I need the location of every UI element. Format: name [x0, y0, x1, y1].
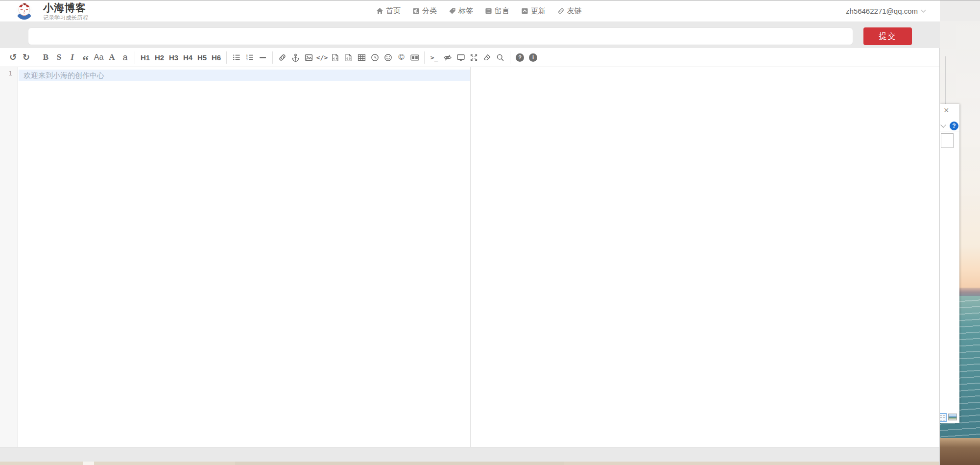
preview-pane[interactable] [471, 67, 940, 447]
nav-item-tags[interactable]: 标签 [449, 6, 473, 16]
account-menu[interactable]: zh56462271@qq.com [846, 0, 925, 22]
ime-list-mode-icon[interactable] [940, 413, 947, 422]
update-icon [521, 7, 528, 15]
nav-label: 友链 [567, 6, 582, 16]
toolbar-h1-button[interactable]: H1 [138, 50, 152, 64]
nav-item-comments[interactable]: 留言 [485, 6, 509, 16]
toolbar-divider [424, 51, 425, 64]
code-input-pane[interactable]: 欢迎来到小海的创作中心 [19, 67, 470, 447]
eye-slash-icon [443, 53, 452, 62]
panel-text-input[interactable] [941, 133, 954, 148]
toolbar-table-button[interactable] [355, 50, 368, 64]
message-icon [485, 7, 492, 15]
hr-icon [260, 57, 266, 58]
strip-hairline [945, 56, 946, 104]
submit-button[interactable]: 提交 [863, 27, 912, 45]
table-icon [358, 53, 366, 62]
toolbar-horizontal-rule-button[interactable] [256, 50, 269, 64]
fullscreen-arrows-icon [470, 53, 478, 62]
page-footer [0, 447, 940, 462]
ime-image-mode-icon[interactable] [948, 414, 957, 420]
toolbar-ucwords-button[interactable]: Aa [92, 50, 105, 64]
tag-icon [449, 7, 456, 15]
toolbar-redo-button[interactable]: ↻ [20, 50, 33, 64]
toolbar-pagebreak-button[interactable] [408, 50, 421, 64]
toolbar-search-button[interactable] [494, 50, 507, 64]
file-code-block-icon [344, 53, 353, 62]
image-icon [305, 53, 313, 62]
cat-avatar-icon [16, 2, 33, 20]
toolbar-h5-button[interactable]: H5 [195, 50, 209, 64]
nav-item-friend-links[interactable]: 友链 [557, 6, 582, 16]
lowercase-icon: a [122, 52, 127, 63]
toolbar-html-entities-button[interactable]: © [395, 50, 408, 64]
nav-item-updates[interactable]: 更新 [521, 6, 546, 16]
bold-icon: B [43, 52, 48, 62]
toolbar-help-button[interactable]: ? [513, 50, 526, 64]
home-icon [376, 7, 383, 15]
newspaper-icon [410, 53, 419, 62]
nav-item-home[interactable]: 首页 [376, 6, 401, 16]
link-icon [557, 7, 565, 15]
toolbar-uppercase-button[interactable]: A [105, 50, 119, 64]
toolbar-lowercase-button[interactable]: a [119, 50, 132, 64]
svg-text:3: 3 [246, 58, 247, 61]
toolbar-clear-button[interactable] [480, 50, 494, 64]
panel-divider [940, 131, 959, 131]
terminal-icon: >_ [430, 54, 438, 61]
toolbar-preformatted-text-button[interactable] [329, 50, 342, 64]
post-title-input[interactable] [28, 27, 853, 45]
nav-item-categories[interactable]: 分类 [412, 6, 437, 16]
toolbar-divider [272, 51, 273, 64]
toolbar-reference-link-button[interactable] [289, 50, 302, 64]
toolbar-h3-button[interactable]: H3 [167, 50, 181, 64]
toolbar-preview-button[interactable] [454, 50, 467, 64]
toolbar-code-button[interactable]: </> [315, 50, 329, 64]
toolbar-link-button[interactable] [276, 50, 289, 64]
search-icon [496, 53, 504, 62]
uppercase-icon: A [109, 52, 115, 62]
smiley-icon [384, 53, 392, 62]
bottom-edge-strip [0, 462, 940, 465]
eraser-icon [483, 53, 491, 62]
toolbar-code-block-button[interactable] [342, 50, 355, 64]
toolbar-bold-button[interactable]: B [39, 50, 52, 64]
ucwords-icon: Aa [94, 53, 104, 62]
quote-icon: “ [82, 58, 89, 63]
toolbar-undo-button[interactable]: ↺ [6, 50, 20, 64]
info-icon: i [529, 53, 537, 62]
site-logo-avatar[interactable] [16, 2, 33, 20]
link-icon [278, 53, 287, 62]
toolbar-italic-button[interactable]: I [66, 50, 79, 64]
chevron-down-icon[interactable] [940, 122, 946, 127]
toolbar-quote-button[interactable]: “ [79, 50, 92, 64]
toolbar-ordered-list-button[interactable]: 123 [243, 50, 256, 64]
toolbar-image-button[interactable] [302, 50, 315, 64]
nav-label: 首页 [386, 6, 401, 16]
help-badge-icon[interactable]: ? [950, 122, 958, 130]
toolbar-unordered-list-button[interactable] [230, 50, 243, 64]
toolbar-divider [36, 51, 36, 64]
site-subtitle: 记录学习成长历程 [43, 14, 88, 22]
toolbar-fullscreen-button[interactable] [467, 50, 480, 64]
strip-top-gray [940, 0, 980, 21]
toolbar-goto-line-button[interactable]: >_ [428, 50, 441, 64]
toolbar-watch-button[interactable] [441, 50, 454, 64]
wallpaper-sand [940, 438, 980, 465]
toolbar-h4-button[interactable]: H4 [181, 50, 195, 64]
help-icon: ? [516, 53, 524, 62]
close-icon[interactable]: × [944, 106, 949, 115]
main-nav: 首页 分类 标签 留言 更新 友链 [376, 0, 582, 22]
right-edge-strip: × ? [940, 0, 980, 465]
bottom-edge-notch [83, 462, 94, 465]
toolbar-datetime-button[interactable] [368, 50, 382, 64]
nav-label: 留言 [495, 6, 509, 16]
toolbar-info-button[interactable]: i [526, 50, 540, 64]
toolbar-h2-button[interactable]: H2 [152, 50, 167, 64]
toolbar-h6-button[interactable]: H6 [209, 50, 223, 64]
toolbar-emoji-button[interactable] [382, 50, 395, 64]
anchor-icon [291, 53, 300, 62]
site-header: 小海博客 记录学习成长历程 首页 分类 标签 留言 更新 [0, 0, 940, 22]
toolbar-strikethrough-button[interactable]: S [52, 50, 66, 64]
line-number: 1 [0, 70, 18, 77]
